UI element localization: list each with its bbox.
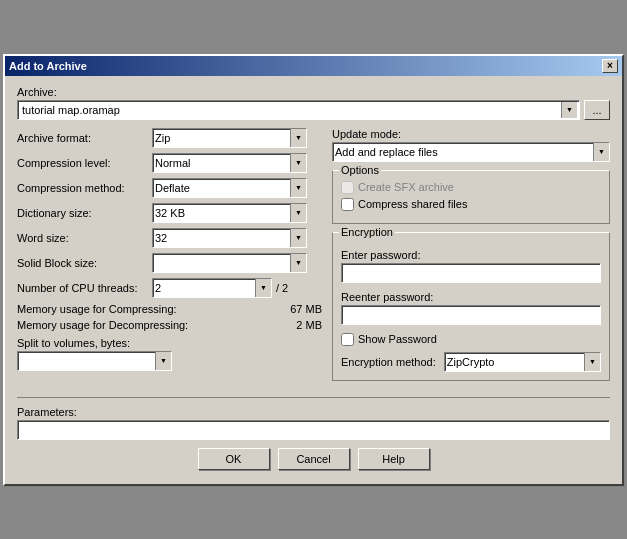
left-column: Archive format: Zip ▼ Compression level:… [17, 128, 322, 389]
cpu-threads-arrow: ▼ [255, 279, 271, 297]
dictionary-size-row: Dictionary size: 32 KB ▼ [17, 203, 322, 223]
update-mode-dropdown[interactable]: Add and replace files ▼ [332, 142, 610, 162]
create-sfx-row: Create SFX archive [341, 181, 601, 194]
dialog-window: Add to Archive × Archive: tutorial map.o… [3, 54, 624, 486]
cpu-threads-row: Number of CPU threads: 2 ▼ / 2 [17, 278, 322, 298]
dictionary-size-dropdown[interactable]: 32 KB ▼ [152, 203, 307, 223]
dictionary-size-label: Dictionary size: [17, 207, 152, 219]
params-input[interactable] [17, 420, 610, 440]
encryption-method-row: Encryption method: ZipCrypto ▼ [341, 352, 601, 372]
archive-format-dropdown[interactable]: Zip ▼ [152, 128, 307, 148]
cpu-threads-dropdown[interactable]: 2 ▼ [152, 278, 272, 298]
archive-format-label: Archive format: [17, 132, 152, 144]
cpu-threads-value: 2 [153, 282, 255, 294]
show-password-label: Show Password [358, 333, 437, 345]
compression-method-row: Compression method: Deflate ▼ [17, 178, 322, 198]
encryption-group-label: Encryption [339, 226, 395, 238]
help-button[interactable]: Help [358, 448, 430, 470]
memory-decompress-label: Memory usage for Decompressing: [17, 319, 282, 331]
archive-input[interactable]: tutorial map.oramap ▼ [17, 100, 580, 120]
encryption-group: Encryption Enter password: Reenter passw… [332, 232, 610, 381]
two-col-layout: Archive format: Zip ▼ Compression level:… [17, 128, 610, 389]
create-sfx-label: Create SFX archive [358, 181, 454, 193]
separator [17, 397, 610, 398]
compression-method-arrow: ▼ [290, 179, 306, 197]
compression-level-row: Compression level: Normal ▼ [17, 153, 322, 173]
word-size-row: Word size: 32 ▼ [17, 228, 322, 248]
encryption-method-arrow: ▼ [584, 353, 600, 371]
memory-decompress-row: Memory usage for Decompressing: 2 MB [17, 319, 322, 331]
archive-format-row: Archive format: Zip ▼ [17, 128, 322, 148]
update-mode-section: Update mode: Add and replace files ▼ [332, 128, 610, 162]
split-label: Split to volumes, bytes: [17, 337, 322, 349]
solid-block-arrow: ▼ [290, 254, 306, 272]
close-button[interactable]: × [602, 59, 618, 73]
memory-decompress-value: 2 MB [282, 319, 322, 331]
encryption-method-label: Encryption method: [341, 356, 436, 368]
solid-block-dropdown[interactable]: ▼ [152, 253, 307, 273]
compression-method-dropdown[interactable]: Deflate ▼ [152, 178, 307, 198]
compression-level-arrow: ▼ [290, 154, 306, 172]
reenter-password-input[interactable] [341, 305, 601, 325]
browse-button[interactable]: ... [584, 100, 610, 120]
word-size-value: 32 [153, 232, 290, 244]
solid-block-row: Solid Block size: ▼ [17, 253, 322, 273]
show-password-row: Show Password [341, 333, 601, 346]
archive-value: tutorial map.oramap [20, 104, 561, 116]
archive-format-arrow: ▼ [290, 129, 306, 147]
memory-compress-label: Memory usage for Compressing: [17, 303, 282, 315]
update-mode-label: Update mode: [332, 128, 610, 140]
compress-shared-checkbox[interactable] [341, 198, 354, 211]
archive-row: tutorial map.oramap ▼ ... [17, 100, 610, 120]
word-size-dropdown[interactable]: 32 ▼ [152, 228, 307, 248]
memory-compress-value: 67 MB [282, 303, 322, 315]
compression-method-label: Compression method: [17, 182, 152, 194]
options-group-label: Options [339, 164, 381, 176]
compress-shared-label: Compress shared files [358, 198, 467, 210]
compress-shared-row: Compress shared files [341, 198, 601, 211]
show-password-checkbox[interactable] [341, 333, 354, 346]
dictionary-size-value: 32 KB [153, 207, 290, 219]
memory-compress-row: Memory usage for Compressing: 67 MB [17, 303, 322, 315]
update-mode-arrow: ▼ [593, 143, 609, 161]
enter-password-label: Enter password: [341, 249, 601, 261]
archive-label: Archive: [17, 86, 610, 98]
dialog-body: Archive: tutorial map.oramap ▼ ... Archi… [5, 76, 622, 484]
archive-format-value: Zip [153, 132, 290, 144]
split-section: Split to volumes, bytes: ▼ [17, 337, 322, 371]
compression-level-value: Normal [153, 157, 290, 169]
dialog-title: Add to Archive [9, 60, 87, 72]
word-size-arrow: ▼ [290, 229, 306, 247]
cpu-threads-label: Number of CPU threads: [17, 282, 152, 294]
title-bar: Add to Archive × [5, 56, 622, 76]
word-size-label: Word size: [17, 232, 152, 244]
create-sfx-checkbox[interactable] [341, 181, 354, 194]
cancel-button[interactable]: Cancel [278, 448, 350, 470]
params-label: Parameters: [17, 406, 610, 418]
compression-method-value: Deflate [153, 182, 290, 194]
compression-level-dropdown[interactable]: Normal ▼ [152, 153, 307, 173]
split-arrow: ▼ [155, 352, 171, 370]
options-group: Options Create SFX archive Compress shar… [332, 170, 610, 224]
update-mode-value: Add and replace files [333, 146, 593, 158]
enter-password-input[interactable] [341, 263, 601, 283]
encryption-method-value: ZipCrypto [445, 356, 584, 368]
split-dropdown[interactable]: ▼ [17, 351, 172, 371]
cpu-threads-extra: / 2 [276, 282, 288, 294]
encryption-method-dropdown[interactable]: ZipCrypto ▼ [444, 352, 601, 372]
right-column: Update mode: Add and replace files ▼ Opt… [332, 128, 610, 389]
dictionary-size-arrow: ▼ [290, 204, 306, 222]
button-row: OK Cancel Help [17, 440, 610, 474]
ok-button[interactable]: OK [198, 448, 270, 470]
reenter-password-label: Reenter password: [341, 291, 601, 303]
solid-block-label: Solid Block size: [17, 257, 152, 269]
archive-arrow[interactable]: ▼ [561, 102, 577, 118]
compression-level-label: Compression level: [17, 157, 152, 169]
